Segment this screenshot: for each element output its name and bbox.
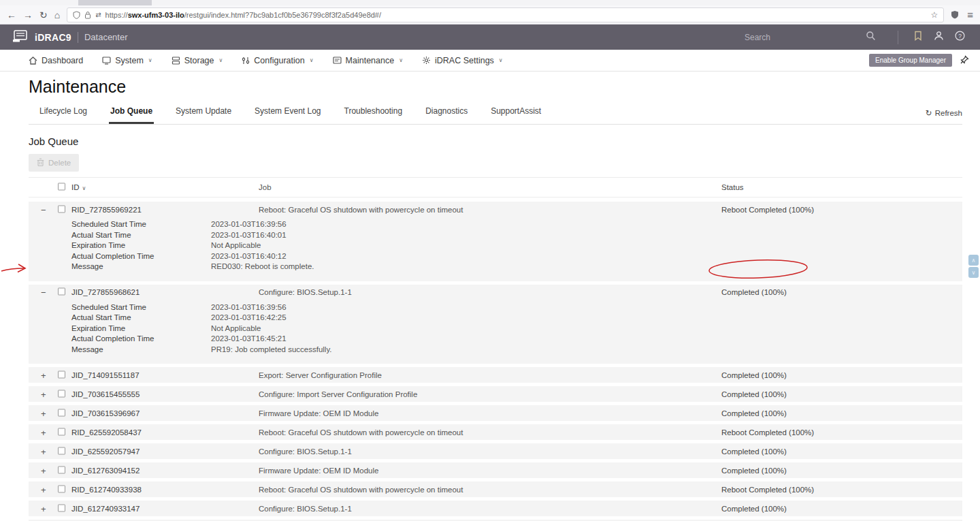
tab-supportassist[interactable]: SupportAssist [489,104,542,124]
expand-icon[interactable]: + [41,370,52,380]
job-name: Export: Server Configuration Profile [259,371,382,379]
table-row[interactable]: −RID_727855969221Reboot: Graceful OS shu… [29,202,962,217]
job-id: RID_625592058437 [71,428,142,437]
lock-icon[interactable] [84,11,91,19]
table-row[interactable]: +JID_703615396967Firmware Update: OEM ID… [29,405,962,421]
job-id: JID_727855968621 [71,288,140,296]
detail-label: Message [71,262,103,270]
collapse-icon[interactable]: − [41,204,52,215]
detail-row: Scheduled Start Time2023-01-03T16:39:56 [29,220,962,231]
collapse-icon[interactable]: − [41,287,52,298]
tab-job-queue[interactable]: Job Queue [109,104,154,124]
dashboard-home-icon [29,57,37,65]
checkbox-cell [58,205,65,214]
expand-icon[interactable]: + [41,408,52,418]
job-id: JID_612740933147 [71,505,140,513]
nav-label: iDRAC Settings [435,56,494,65]
nav-item-dashboard[interactable]: Dashboard [29,56,83,65]
scroll-down-button[interactable]: ∨ [968,267,979,278]
row-checkbox[interactable] [58,205,65,212]
refresh-button[interactable]: ↻ Refresh [926,108,962,124]
extension-shield-icon[interactable] [951,10,959,19]
search-icon[interactable] [866,31,876,44]
detail-row: MessagePR19: Job completed successfully. [29,345,962,356]
expand-icon[interactable]: + [41,503,52,514]
table-row[interactable]: +JID_703615455555Configure: Import Serve… [29,386,962,402]
expand-icon[interactable]: + [41,446,52,456]
detail-row: Actual Completion Time2023-01-03T16:40:1… [29,252,962,263]
bookmark-tag-icon[interactable] [913,31,923,44]
job-details: Scheduled Start Time2023-01-03T16:39:56A… [29,217,962,281]
nav-item-system[interactable]: System ∨ [102,56,152,65]
nav-item-storage[interactable]: Storage ∨ [172,56,223,65]
delete-button[interactable]: Delete [29,154,79,172]
job-status: Completed (100%) [721,467,787,475]
row-checkbox[interactable] [58,390,65,397]
help-icon[interactable]: ? [955,31,965,44]
home-button[interactable]: ⌂ [54,10,60,20]
tab-system-update[interactable]: System Update [174,104,233,124]
job-name: Configure: BIOS.Setup.1-1 [259,447,352,456]
select-all-checkbox[interactable] [58,183,65,191]
row-checkbox[interactable] [58,466,65,473]
nav-right: Enable Group Manager [869,54,969,67]
browser-tab-fragment[interactable] [78,0,152,5]
detail-row: Actual Start Time2023-01-03T16:40:01 [29,231,962,242]
forward-button[interactable]: → [23,10,33,20]
browser-toolbar: ← → ↻ ⌂ ⇄ https://swx-ufm3-03-ilo/restgu… [0,5,980,25]
expand-icon[interactable]: + [41,465,52,475]
row-checkbox[interactable] [58,447,65,454]
table-row[interactable]: +JID_714091551187Export: Server Configur… [29,367,962,383]
nav-item-configuration[interactable]: Configuration ∨ [242,56,313,65]
tab-troubleshooting[interactable]: Troubleshooting [343,104,404,124]
job-id: RID_727855969221 [71,206,142,214]
row-checkbox[interactable] [58,485,65,492]
table-row[interactable]: +JID_612740933147Configure: BIOS.Setup.1… [29,501,962,516]
pin-icon[interactable] [960,54,969,67]
detail-row: Expiration TimeNot Applicable [29,241,962,252]
url-bar[interactable]: ⇄ https://swx-ufm3-03-ilo/restgui/index.… [67,7,944,22]
table-row[interactable]: +RID_612740933938Reboot: Graceful OS shu… [29,481,962,497]
user-icon[interactable] [934,31,944,44]
expand-icon[interactable]: + [41,389,52,399]
row-checkbox[interactable] [58,288,65,296]
checkbox-cell [58,390,65,398]
nav-item-idrac-settings[interactable]: iDRAC Settings ∨ [422,56,503,65]
job-name: Configure: Import Server Configuration P… [259,390,417,398]
reload-button[interactable]: ↻ [39,10,48,20]
row-checkbox[interactable] [58,370,65,378]
table-row[interactable]: +RID_625592058437Reboot: Graceful OS shu… [29,424,962,440]
column-header-id[interactable]: ID∨ [71,183,86,191]
enable-group-manager-button[interactable]: Enable Group Manager [869,54,952,67]
table-header-row: ID∨ Job Status [29,177,962,198]
nav-item-maintenance[interactable]: Maintenance ∨ [333,56,403,65]
bookmark-star-icon[interactable]: ☆ [930,11,938,19]
menu-hamburger-icon[interactable]: ≡ [967,10,973,20]
row-checkbox[interactable] [58,504,65,511]
tab-diagnostics[interactable]: Diagnostics [424,104,469,124]
table-row[interactable]: +JID_625592057947Configure: BIOS.Setup.1… [29,443,962,459]
table-row[interactable]: −JID_727855968621Configure: BIOS.Setup.1… [29,285,962,300]
row-checkbox[interactable] [58,428,65,435]
detail-value: 2023-01-03T16:39:56 [211,303,287,311]
https-only-icon[interactable]: ⇄ [95,12,101,18]
expand-icon[interactable]: + [41,427,52,437]
detail-row: Scheduled Start Time2023-01-03T16:39:56 [29,303,962,314]
row-checkbox[interactable] [58,409,65,416]
back-button[interactable]: ← [7,10,16,20]
job-name: Reboot: Graceful OS shutdown with powerc… [259,428,463,437]
detail-value: RED030: Reboot is complete. [211,262,314,270]
tab-system-event-log[interactable]: System Event Log [253,104,322,124]
job-row-group: +RID_625592058437Reboot: Graceful OS shu… [29,424,962,440]
tab-lifecycle-log[interactable]: Lifecycle Log [38,104,88,124]
scroll-up-button[interactable]: ∧ [968,255,979,266]
job-status: Reboot Completed (100%) [721,206,814,214]
shield-icon[interactable] [73,11,80,19]
url-path: /restgui/index.html?7bc9ab1cf0b5e36799c8… [184,11,381,19]
table-row[interactable]: +JID_612763094152Firmware Update: OEM ID… [29,462,962,478]
job-name: Reboot: Graceful OS shutdown with powerc… [259,206,463,214]
job-row-group: −RID_727855969221Reboot: Graceful OS shu… [29,202,962,281]
expand-icon[interactable]: + [41,484,52,494]
search-input[interactable] [743,32,838,43]
job-name: Configure: BIOS.Setup.1-1 [259,505,352,513]
